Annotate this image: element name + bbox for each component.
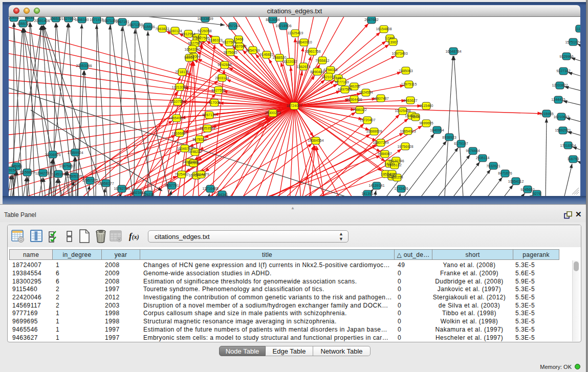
svg-text:98961: 98961 — [184, 56, 194, 59]
svg-text:1733426: 1733426 — [394, 187, 408, 190]
svg-text:19654983: 19654983 — [168, 116, 184, 120]
svg-text:12505135: 12505135 — [66, 174, 82, 178]
svg-text:9146821: 9146821 — [259, 53, 273, 56]
svg-text:141391: 141391 — [361, 192, 373, 195]
svg-text:18724007: 18724007 — [286, 104, 302, 107]
svg-text:2803144: 2803144 — [215, 76, 229, 80]
svg-text:11172: 11172 — [575, 27, 580, 31]
svg-text:11325419: 11325419 — [288, 31, 303, 35]
svg-text:17016504: 17016504 — [560, 144, 576, 147]
svg-text:3215955: 3215955 — [539, 112, 553, 116]
svg-text:7485063: 7485063 — [399, 69, 412, 73]
svg-text:8160124: 8160124 — [168, 29, 182, 33]
svg-text:845: 845 — [335, 76, 341, 80]
svg-text:19756928: 19756928 — [397, 145, 413, 148]
svg-text:20691406: 20691406 — [34, 19, 50, 23]
svg-text:99141: 99141 — [25, 17, 35, 19]
svg-text:15466: 15466 — [233, 37, 244, 41]
svg-text:10958177: 10958177 — [98, 182, 114, 185]
svg-text:8427552: 8427552 — [211, 89, 225, 92]
svg-text:9245652: 9245652 — [520, 188, 534, 191]
svg-text:10654112: 10654112 — [508, 180, 524, 183]
svg-text:16120746: 16120746 — [388, 159, 404, 163]
svg-text:5226058: 5226058 — [198, 29, 211, 33]
svg-text:9084067: 9084067 — [378, 152, 391, 156]
svg-text:13716485: 13716485 — [202, 187, 218, 190]
svg-text:14914479: 14914479 — [193, 172, 209, 176]
svg-text:16782759: 16782759 — [114, 187, 129, 190]
svg-text:16154808: 16154808 — [376, 27, 391, 31]
svg-text:405572: 405572 — [17, 22, 29, 26]
svg-text:2087682: 2087682 — [364, 18, 378, 21]
svg-text:8678334: 8678334 — [192, 138, 206, 141]
svg-text:15720407: 15720407 — [359, 118, 375, 122]
svg-text:12213369: 12213369 — [171, 85, 187, 89]
svg-text:18807249: 18807249 — [373, 141, 388, 144]
svg-text:12397: 12397 — [385, 36, 395, 40]
svg-text:8186323: 8186323 — [208, 38, 222, 42]
svg-text:16210643: 16210643 — [553, 115, 569, 119]
svg-text:19654923: 19654923 — [400, 129, 416, 133]
svg-text:7663822: 7663822 — [155, 27, 169, 31]
svg-text:15692971: 15692971 — [555, 128, 571, 132]
svg-text:20493: 20493 — [9, 17, 19, 19]
svg-text:25300273: 25300273 — [265, 111, 280, 115]
svg-text:6466160: 6466160 — [75, 18, 89, 21]
svg-text:8990448: 8990448 — [310, 70, 324, 74]
svg-text:12342737: 12342737 — [35, 171, 51, 175]
svg-text:1527602: 1527602 — [61, 17, 75, 20]
svg-text:10807487: 10807487 — [373, 97, 388, 100]
svg-text:6179197: 6179197 — [454, 142, 468, 145]
svg-text:2867608: 2867608 — [232, 45, 246, 48]
svg-text:16107554: 16107554 — [169, 100, 185, 103]
svg-text:6794028: 6794028 — [323, 68, 337, 72]
svg-text:19384554: 19384554 — [308, 139, 323, 142]
svg-text:1640954: 1640954 — [430, 128, 444, 132]
svg-text:16543392: 16543392 — [184, 48, 200, 51]
svg-text:11156829: 11156829 — [19, 170, 35, 174]
svg-text:16961758: 16961758 — [304, 50, 320, 53]
svg-text:9227342: 9227342 — [556, 69, 570, 73]
svg-text:17957275: 17957275 — [82, 179, 98, 182]
svg-text:2935114: 2935114 — [476, 156, 490, 160]
svg-text:1145194: 1145194 — [52, 172, 66, 176]
svg-text:1362615: 1362615 — [296, 65, 310, 69]
svg-text:1621072: 1621072 — [321, 75, 335, 79]
svg-text:2718176: 2718176 — [175, 70, 189, 74]
svg-text:7515536: 7515536 — [141, 25, 155, 29]
svg-text:10025438: 10025438 — [395, 109, 410, 113]
svg-text:10973493: 10973493 — [391, 52, 407, 55]
svg-text:7955812: 7955812 — [315, 59, 329, 62]
svg-text:9844: 9844 — [411, 115, 420, 119]
svg-text:12975115: 12975115 — [401, 82, 417, 86]
svg-text:9777169: 9777169 — [335, 80, 349, 84]
svg-text:9115460: 9115460 — [420, 104, 433, 107]
svg-text:7857244: 7857244 — [226, 24, 239, 28]
svg-text:18640910: 18640910 — [296, 40, 312, 44]
svg-text:9463627: 9463627 — [403, 99, 417, 102]
svg-text:7632621: 7632621 — [486, 164, 500, 168]
svg-text:7625402: 7625402 — [175, 172, 188, 176]
svg-text:39154: 39154 — [9, 168, 17, 172]
svg-text:9327508: 9327508 — [222, 40, 236, 44]
svg-text:14139141: 14139141 — [368, 184, 384, 187]
svg-text:1588520: 1588520 — [272, 56, 286, 59]
svg-text:140994: 140994 — [187, 161, 199, 165]
svg-text:106532: 106532 — [50, 17, 61, 20]
svg-text:8322037: 8322037 — [283, 60, 297, 63]
svg-text:3498222: 3498222 — [188, 150, 202, 154]
svg-text:8454749: 8454749 — [246, 49, 259, 52]
svg-text:9657791: 9657791 — [165, 184, 179, 187]
svg-text:12033822: 12033822 — [552, 83, 568, 87]
svg-text:20206576: 20206576 — [45, 153, 60, 157]
svg-text:335061: 335061 — [10, 164, 22, 168]
svg-text:9327509: 9327509 — [188, 41, 202, 45]
svg-text:129234: 129234 — [142, 193, 154, 196]
svg-text:3824554: 3824554 — [359, 91, 373, 94]
svg-text:10688609: 10688609 — [366, 129, 382, 133]
svg-text:10975867: 10975867 — [59, 164, 75, 168]
svg-text:3875685: 3875685 — [223, 51, 237, 54]
svg-text:20053346: 20053346 — [76, 64, 92, 68]
svg-text:11353594: 11353594 — [200, 126, 215, 130]
svg-text:19218506: 19218506 — [275, 24, 291, 28]
